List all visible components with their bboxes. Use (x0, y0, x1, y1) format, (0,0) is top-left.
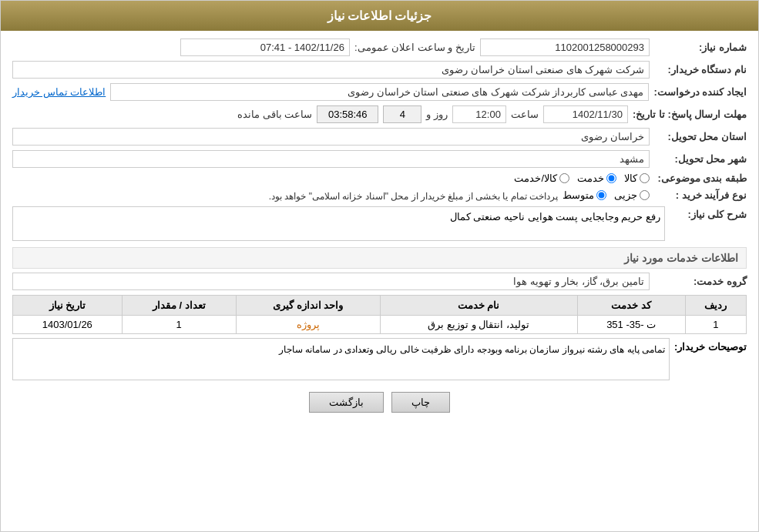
tarikhaalanomomi-label: تاریخ و ساعت اعلان عمومی: (354, 42, 475, 53)
page-header: جزئیات اطلاعات نیاز (1, 1, 758, 31)
noe-motavaset-radio[interactable] (596, 190, 606, 200)
mohlat-roz-label: روز و (426, 109, 448, 120)
shahr-row: شهر محل تحویل: مشهد (12, 150, 747, 168)
services-table: ردیف کد خدمت نام خدمت واحد اندازه گیری ت… (12, 295, 747, 334)
tabaqe-khadamat-label: خدمت (577, 172, 604, 184)
shahr-value: مشهد (12, 150, 650, 168)
tosaifat-area: توصیحات خریدار: تمامی پایه های رشته نیرو… (12, 338, 747, 380)
cell-kod: ت -35- 351 (577, 316, 685, 334)
group-khadamat-value: تامین برق، گاز، بخار و تهویه هوا (12, 273, 650, 290)
table-header: ردیف کد خدمت نام خدمت واحد اندازه گیری ت… (13, 296, 747, 316)
noe-farayand-radio-group: جزیی متوسط (563, 189, 650, 201)
table-row: 1 ت -35- 351 تولید، انتقال و توزیع برق پ… (13, 316, 747, 334)
sharh-niaz-value: رفع حریم وجابجایی پست هوایی ناحیه صنعتی … (12, 206, 665, 241)
mohlat-label: مهلت ارسال پاسخ: تا تاریخ: (633, 109, 747, 120)
noe-farayand-note: پرداخت تمام یا بخشی از مبلغ خریدار از مح… (269, 191, 558, 202)
button-row: چاپ بازگشت (12, 392, 747, 424)
shahr-label: شهر محل تحویل: (654, 153, 747, 165)
group-khadamat-section-title: اطلاعات خدمات مورد نیاز (12, 247, 747, 269)
col-nam-khadamat: نام خدمت (380, 296, 577, 316)
ostan-value: خراسان رضوی (12, 128, 650, 146)
mohlat-time-label: ساعت (511, 109, 539, 120)
shomare-niaz-label: شماره نیاز: (654, 42, 747, 53)
tabaqe-label: طبقه بندی موضوعی: (654, 172, 747, 184)
shomare-niaz-value: 1102001258000293 (480, 38, 650, 56)
page-title: جزئیات اطلاعات نیاز (327, 9, 432, 22)
tabaqe-kala-khadamat-radio[interactable] (559, 173, 569, 183)
cell-nam: تولید، انتقال و توزیع برق (380, 316, 577, 334)
page-wrapper: جزئیات اطلاعات نیاز شماره نیاز: 11020012… (0, 0, 759, 532)
tabaqe-radio-group: کالا خدمت کالا/خدمت (514, 172, 650, 184)
ostan-label: استان محل تحویل: (654, 131, 747, 142)
tarikh-alan-value: 1402/11/26 - 07:41 (180, 38, 350, 56)
tabaqe-kala-item: کالا (624, 172, 650, 184)
col-kod-khadamat: کد خدمت (577, 296, 685, 316)
main-content: شماره نیاز: 1102001258000293 تاریخ و ساع… (1, 31, 758, 432)
group-khadamat-row: گروه خدمت: تامین برق، گاز، بخار و تهویه … (12, 273, 747, 290)
noe-jozi-radio[interactable] (640, 190, 650, 200)
mohlat-row: مهلت ارسال پاسخ: تا تاریخ: 1402/11/30 سا… (12, 105, 747, 123)
mohlat-countdown: 03:58:46 (317, 105, 378, 123)
nam-dastgah-row: نام دستگاه خریدار: شرکت شهرک های صنعتی ا… (12, 61, 747, 79)
noe-motavaset-label: متوسط (563, 189, 594, 201)
tabaqe-kala-label: کالا (624, 172, 637, 184)
col-vahed: واحد اندازه گیری (236, 296, 380, 316)
col-radif: ردیف (685, 296, 746, 316)
nam-dastgah-value: شرکت شهرک های صنعتی استان خراسان رضوی (12, 61, 650, 79)
sharh-niaz-row: شرح کلی نیاز: رفع حریم وجابجایی پست هوای… (12, 206, 747, 241)
shomare-niaz-row: شماره نیاز: 1102001258000293 تاریخ و ساع… (12, 38, 747, 56)
ettelaat-tamas-link[interactable]: اطلاعات تماس خریدار (12, 86, 106, 98)
noe-motavaset-item: متوسط (563, 189, 606, 201)
mohlat-date: 1402/11/30 (543, 105, 628, 123)
tosaifat-label: توصیحات خریدار: (674, 338, 747, 353)
nam-dastgah-label: نام دستگاه خریدار: (654, 64, 747, 75)
cell-radif: 1 (685, 316, 746, 334)
noe-farayand-row: نوع فرآیند خرید : جزیی متوسط پرداخت تمام… (12, 189, 747, 202)
tabaqe-row: طبقه بندی موضوعی: کالا خدمت کالا/خدمت (12, 172, 747, 184)
sharh-niaz-label: شرح کلی نیاز: (670, 206, 747, 220)
tabaqe-khadamat-radio[interactable] (606, 173, 616, 183)
tabaqe-kala-khadamat-label: کالا/خدمت (514, 172, 557, 184)
ijad-konande-row: ایجاد کننده درخواست: مهدی عباسی کاربرداز… (12, 83, 747, 101)
noe-farayand-label: نوع فرآیند خرید : (654, 189, 747, 201)
ijad-konande-label: ایجاد کننده درخواست: (653, 86, 747, 98)
group-khadamat-label: گروه خدمت: (654, 276, 747, 287)
tabaqe-kala-radio[interactable] (640, 173, 650, 183)
col-tedad: تعداد / مقدار (122, 296, 236, 316)
back-button[interactable]: بازگشت (309, 392, 384, 413)
col-tarikh: تاریخ نیاز (13, 296, 123, 316)
tabaqe-khadamat-item: خدمت (577, 172, 616, 184)
tabaqe-kala-khadamat-item: کالا/خدمت (514, 172, 569, 184)
mohlat-time: 12:00 (452, 105, 506, 123)
mohlat-saat-label: ساعت باقی مانده (237, 109, 312, 120)
table-body: 1 ت -35- 351 تولید، انتقال و توزیع برق پ… (13, 316, 747, 334)
noe-jozi-label: جزیی (614, 189, 637, 201)
tosaifat-value: تمامی پایه های رشته نیرواز سازمان برنامه… (12, 338, 670, 380)
ijad-konande-value: مهدی عباسی کاربرداز شرکت شهرک های صنعتی … (110, 83, 649, 101)
noe-jozi-item: جزیی (614, 189, 650, 201)
print-button[interactable]: چاپ (391, 392, 450, 413)
mohlat-roz-value: 4 (383, 105, 421, 123)
ostan-row: استان محل تحویل: خراسان رضوی (12, 128, 747, 146)
cell-vahed: پروژه (236, 316, 380, 334)
cell-tedad: 1 (122, 316, 236, 334)
cell-tarikh: 1403/01/26 (13, 316, 123, 334)
